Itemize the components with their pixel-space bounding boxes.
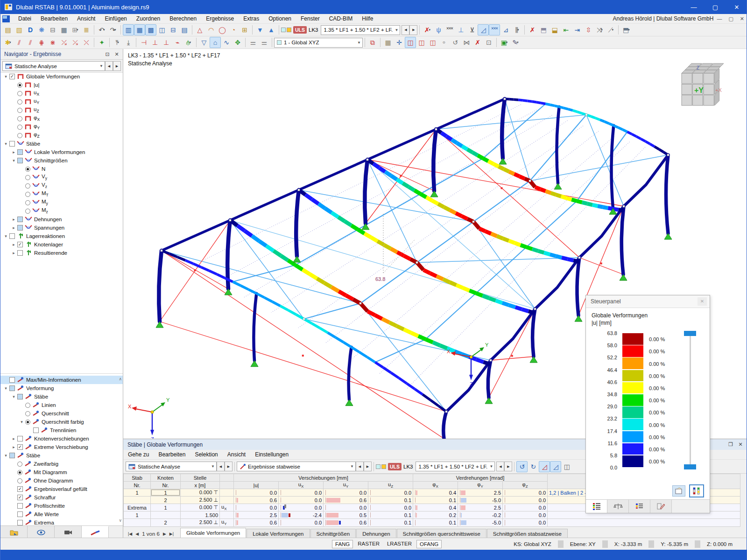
radio-button[interactable] xyxy=(17,83,22,88)
radio-button[interactable] xyxy=(17,108,22,113)
workplane-xz-icon[interactable]: ◫ xyxy=(427,37,438,48)
pager-prev-icon[interactable]: ◀ xyxy=(135,532,139,536)
dim-all-icon[interactable]: ⤨▾ xyxy=(594,24,605,35)
radio-button[interactable] xyxy=(25,420,30,425)
print-icon[interactable]: ⊟ xyxy=(47,24,58,35)
member-divide-icon[interactable]: ⤬ xyxy=(81,37,92,48)
settings-icon[interactable]: ⊡ xyxy=(483,37,494,48)
edit-notes-icon[interactable]: ≣ xyxy=(81,24,92,35)
checkbox[interactable] xyxy=(17,436,23,441)
table-tab-schnittgr-en[interactable]: Schnittgrößen xyxy=(310,529,356,539)
result-prev-button[interactable]: ◀ xyxy=(356,462,364,471)
tree-item-v[interactable]: Vy xyxy=(0,173,123,182)
steuerpanel-tab-factors[interactable] xyxy=(607,500,629,513)
show-tables-icon[interactable]: ▥ xyxy=(123,24,134,35)
open-model-icon[interactable]: ▧ xyxy=(14,24,25,35)
checkbox[interactable]: ✓ xyxy=(17,486,23,492)
menu-hilfe[interactable]: Hilfe xyxy=(357,15,378,22)
checkbox[interactable] xyxy=(9,385,15,391)
hinge-icon[interactable]: ⫛▾ xyxy=(183,37,194,48)
tree-item-m[interactable]: Mz xyxy=(0,207,123,215)
result-beam-icon[interactable]: ⊿ xyxy=(500,24,511,35)
radio-button[interactable] xyxy=(25,167,30,172)
pager-last-icon[interactable]: ▶| xyxy=(169,532,174,536)
checkbox[interactable] xyxy=(9,141,15,147)
checkbox[interactable] xyxy=(17,217,23,222)
tree-item-max-min-informationen[interactable]: Max/Min-Informationen xyxy=(0,376,123,384)
values-xxx-icon[interactable]: ˟˟˟ xyxy=(444,24,455,35)
tree-caret-icon[interactable]: ▾ xyxy=(10,394,17,399)
new-circle-icon[interactable]: ◯ xyxy=(217,24,228,35)
tree-item-globale-verformungen[interactable]: ▾✓Globale Verformungen xyxy=(0,72,123,81)
radio-button[interactable] xyxy=(17,470,22,475)
menu-datei[interactable]: Datei xyxy=(14,15,36,22)
member-array-icon[interactable]: ⋇ xyxy=(47,37,58,48)
navigation-cube[interactable]: +Y+XZ xyxy=(682,63,724,105)
tree-item-schnittgr-en[interactable]: ▾Schnittgrößen xyxy=(0,156,123,165)
tree-item-profilschnitte[interactable]: Profilschnitte xyxy=(0,502,123,510)
tree-item-m[interactable]: MT xyxy=(0,190,123,198)
checkbox[interactable] xyxy=(17,520,23,525)
tree-item-dehnungen[interactable]: ▸Dehnungen xyxy=(0,215,123,224)
view-manager-icon[interactable]: ⧉ xyxy=(367,37,378,48)
tree-item-lokale-verformungen[interactable]: ▸Lokale Verformungen xyxy=(0,148,123,156)
mdi-window-controls[interactable]: —▢✕ xyxy=(713,15,747,22)
radio-button[interactable] xyxy=(25,200,30,205)
table-menu-selektion[interactable]: Selektion xyxy=(190,450,222,459)
result-xxx-icon[interactable]: ⊻ xyxy=(466,24,478,35)
table-diagram-a-icon[interactable]: ◿ xyxy=(539,461,550,472)
table-sc-icon[interactable]: ⊟ xyxy=(168,24,179,35)
isolate-view-icon[interactable]: ⌂ xyxy=(210,37,221,48)
legend-slider-handle-min[interactable] xyxy=(684,464,696,469)
mdi-minimize-icon[interactable]: — xyxy=(713,16,725,21)
tree-item-v[interactable]: Vz xyxy=(0,182,123,190)
tree-caret-icon[interactable]: ▸ xyxy=(10,225,17,230)
tree-item--u-[interactable]: |u| xyxy=(0,81,123,89)
tree-item-u[interactable]: uZ xyxy=(0,106,123,114)
mdi-close-icon[interactable]: ✕ xyxy=(737,16,747,21)
maximize-icon[interactable]: ▢ xyxy=(705,0,726,14)
table-tab-schnittgr-en-stabsatzweise[interactable]: Schnittgrößen stabsatzweise xyxy=(487,529,568,539)
dimension-x-icon[interactable]: ⤒▾ xyxy=(112,37,123,48)
prev-load-button[interactable]: ◀ xyxy=(402,25,409,35)
member-tool-1-icon[interactable]: ⫽ xyxy=(14,37,25,48)
load-combination-combo[interactable]: 1.35 * LF1 + 1.50 * LF2 + LF...▼ xyxy=(416,462,495,471)
menu-ansicht[interactable]: Ansicht xyxy=(72,15,100,22)
table-tab-globale-verformungen[interactable]: Globale Verformungen xyxy=(180,528,246,539)
wave-view-icon[interactable]: ∿ xyxy=(221,37,232,48)
mdi-maximize-icon[interactable]: ▢ xyxy=(725,16,736,21)
snap-toggle-ofang[interactable]: OFANG xyxy=(416,540,442,548)
navigator-tab-display[interactable] xyxy=(28,526,55,539)
abacus-icon[interactable]: ⫼▾ xyxy=(511,24,522,35)
delete-view-icon[interactable]: ✗ xyxy=(472,37,483,48)
tree-item-linien[interactable]: Linien xyxy=(0,401,123,409)
menu-ergebnisse[interactable]: Ergebnisse xyxy=(201,15,239,22)
load-combination-combo[interactable]: 1.35 * LF1 + 1.50 * LF2 + LF...▼ xyxy=(321,25,400,35)
tree-item-u[interactable]: uY xyxy=(0,98,123,106)
tree-caret-icon[interactable]: ▾ xyxy=(2,453,9,458)
snap-toggle-fang[interactable]: FANG xyxy=(332,540,353,548)
walk-mode-icon[interactable]: ✥ xyxy=(232,37,243,48)
section-b-icon[interactable]: ⚌ xyxy=(259,37,270,48)
workplane-xy-icon[interactable]: ◫ xyxy=(405,37,416,48)
radio-button[interactable] xyxy=(17,478,22,483)
tree-item-resultierende[interactable]: ▸Resultierende xyxy=(0,249,123,257)
table-grid-icon[interactable]: ▦ xyxy=(134,24,145,35)
close-icon[interactable]: ✕ xyxy=(736,441,745,448)
result-node-icon[interactable]: ⊥ xyxy=(455,24,466,35)
radio-button[interactable] xyxy=(17,125,22,130)
table-diagram-b-icon[interactable]: ◿ xyxy=(550,461,561,472)
steuerpanel-tab-edit[interactable] xyxy=(650,500,672,513)
tree-item-lagerreaktionen[interactable]: ▾Lagerreaktionen xyxy=(0,232,123,240)
snap-toggle-raster[interactable]: RASTER xyxy=(355,540,382,548)
checkbox[interactable] xyxy=(17,250,23,256)
snap-cross-icon[interactable]: ✛ xyxy=(394,37,405,48)
dim-x-icon[interactable]: ⇤ xyxy=(560,24,571,35)
table-prev-button[interactable]: ◀ xyxy=(217,462,225,471)
support-icon[interactable]: ✦ xyxy=(96,37,107,48)
tree-item--[interactable]: φZ xyxy=(0,131,123,140)
member-grid-icon[interactable]: ⋕ xyxy=(36,37,47,48)
comment-icon[interactable]: ✎▾ xyxy=(510,37,521,48)
radio-button[interactable] xyxy=(25,411,30,416)
tree-item-zweifarbig[interactable]: Zweifarbig xyxy=(0,460,123,468)
